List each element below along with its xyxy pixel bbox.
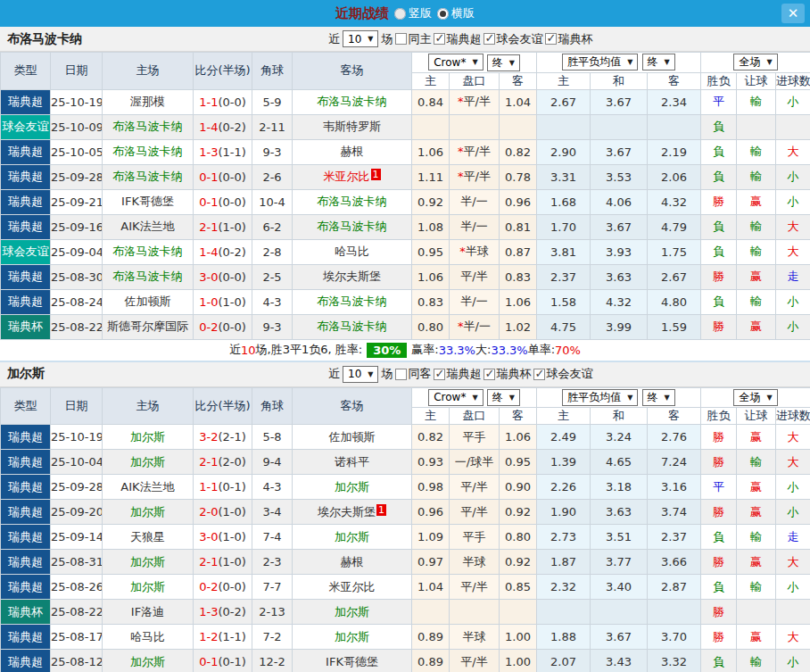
avg-away-odds: 4.32 (648, 189, 701, 214)
corner-score: 4-3 (252, 475, 293, 500)
avg-draw-odds: 3.51 (591, 525, 648, 550)
avg-home-odds: 1.88 (537, 625, 591, 650)
odds-source-select[interactable]: Crow* (428, 54, 483, 71)
odds-handicap: 平手 (450, 525, 500, 550)
league-checkbox-3[interactable]: 瑞典杯 (545, 31, 592, 47)
match-row: 瑞典杯25-08-22IF洛迪1-3(0-2)2-13加尔斯勝 (1, 600, 810, 625)
result-handicap: 輸 (737, 239, 776, 264)
col-score: 比分(半场) (194, 387, 252, 425)
result-goals: 小 (776, 289, 810, 314)
avg-away-odds: 3.16 (648, 475, 701, 500)
avg-home-odds: 1.39 (537, 450, 591, 475)
odds-handicap: 一/球半 (450, 450, 500, 475)
same-venue-checkbox[interactable]: 同主 (395, 31, 431, 47)
col-away: 客场 (293, 53, 412, 90)
league-checkbox-1[interactable]: 瑞典超 (434, 31, 481, 47)
match-score: 1-3(0-2) (194, 600, 252, 625)
team-label: 渥那模 (130, 95, 165, 108)
match-date: 25-08-24 (51, 289, 103, 314)
avg-away-odds: 3.74 (648, 500, 701, 525)
checkbox-icon (545, 33, 557, 45)
league-checkbox-2[interactable]: 瑞典杯 (484, 366, 531, 382)
radio-vertical-layout[interactable]: 竖版 (394, 5, 432, 21)
odds-home: 0.92 (412, 189, 450, 214)
league-badge: 瑞典超 (1, 189, 51, 214)
match-score: 0-1(0-1) (194, 650, 252, 672)
odds-handicap: *半/一 (450, 314, 500, 339)
avg-draw-odds: 3.40 (591, 575, 648, 600)
match-row: 瑞典超25-09-16AIK法兰地2-1(1-0)6-2布洛马波卡纳1.08半/… (1, 214, 810, 239)
league-badge: 瑞典超 (1, 475, 51, 500)
avg-away-odds: 2.87 (648, 575, 701, 600)
result-handicap: 輸 (737, 575, 776, 600)
league-badge: 瑞典杯 (1, 314, 51, 339)
match-row: 球会友谊25-10-09布洛马波卡纳1-4(0-2)2-11韦斯特罗斯負 (1, 114, 810, 139)
handicap-star: * (459, 245, 466, 258)
col-avg-away: 客 (648, 72, 701, 89)
match-count-select[interactable]: 10 (343, 30, 378, 47)
away-team: 埃尔夫斯堡1 (293, 500, 412, 525)
result-goals: 小 (776, 189, 810, 214)
radio-vertical-label: 竖版 (409, 5, 432, 21)
odds-handicap: *平/半 (450, 89, 500, 114)
result-handicap: 赢 (737, 475, 776, 500)
league-badge: 瑞典超 (1, 289, 51, 314)
league-checkbox-3[interactable]: 球会友谊 (533, 366, 592, 382)
same-venue-checkbox[interactable]: 同客 (395, 366, 431, 382)
col-type: 类型 (1, 53, 51, 90)
league-checkbox-1[interactable]: 瑞典超 (434, 366, 481, 382)
result-goals: 大 (776, 139, 810, 164)
home-team: 哈马比 (103, 625, 194, 650)
team-label: 韦斯特罗斯 (323, 120, 381, 133)
avg-draw-odds: 4.65 (591, 450, 648, 475)
radio-horizontal-layout[interactable]: 横版 (437, 5, 475, 21)
league-checkbox-2[interactable]: 球会友谊 (484, 31, 542, 47)
avg-home-odds (537, 600, 591, 625)
corner-score: 12-2 (252, 650, 293, 672)
avg-time-select[interactable]: 终 (642, 389, 675, 406)
col-handicap-result: 让球 (737, 72, 776, 89)
col-avg-draw: 和 (591, 408, 648, 425)
match-row: 瑞典超25-10-05布洛马波卡纳1-3(1-1)9-3赫根1.06*平/半0.… (1, 139, 810, 164)
team-label: AIK法兰地 (120, 480, 174, 494)
corner-score: 2-5 (252, 264, 293, 289)
match-score: 3-0(0-0) (194, 264, 252, 289)
match-date: 25-08-22 (51, 600, 103, 625)
odds-time-select[interactable]: 终 (487, 54, 520, 71)
avg-home-odds: 3.81 (537, 239, 591, 264)
avg-time-select[interactable]: 终 (642, 54, 675, 71)
result-winloss: 勝 (701, 189, 737, 214)
close-button[interactable]: ✕ (781, 4, 805, 23)
odds-home: 1.04 (412, 575, 450, 600)
avg-odds-select[interactable]: 胜平负均值 (562, 389, 638, 406)
result-handicap: 赢 (737, 264, 776, 289)
odds-source-select[interactable]: Crow* (428, 389, 483, 406)
summary-part: 33.3% (491, 344, 527, 357)
home-team: 加尔斯 (103, 650, 194, 672)
avg-home-odds: 4.75 (537, 314, 591, 339)
team-label: 加尔斯 (335, 605, 369, 618)
avg-odds-select[interactable]: 胜平负均值 (562, 54, 638, 71)
match-count-select[interactable]: 10 (343, 366, 378, 383)
handicap-star: * (458, 170, 464, 183)
away-team: 布洛马波卡纳 (293, 314, 412, 339)
match-row: 瑞典超25-08-31加尔斯2-1(1-0)2-3赫根0.97半球0.921.8… (1, 550, 810, 575)
fulltime-select[interactable]: 全场 (733, 389, 777, 406)
result-winloss: 勝 (701, 264, 737, 289)
result-handicap (737, 114, 776, 139)
odds-handicap: *平/半 (450, 164, 500, 189)
odds-time-select[interactable]: 终 (487, 389, 520, 406)
avg-home-odds: 2.07 (537, 650, 591, 672)
avg-away-odds: 2.34 (648, 89, 701, 114)
result-handicap: 輸 (737, 289, 776, 314)
match-score: 1-1(0-1) (194, 475, 252, 500)
match-date: 25-09-20 (51, 500, 103, 525)
avg-home-odds: 2.90 (537, 139, 591, 164)
odds-away: 0.80 (500, 525, 537, 550)
corner-score: 2-11 (252, 114, 293, 139)
corner-score: 2-8 (252, 239, 293, 264)
radio-icon (394, 8, 406, 20)
fulltime-select[interactable]: 全场 (733, 54, 777, 71)
odds-handicap: 半/一 (450, 289, 500, 314)
odds-home: 0.84 (412, 89, 450, 114)
